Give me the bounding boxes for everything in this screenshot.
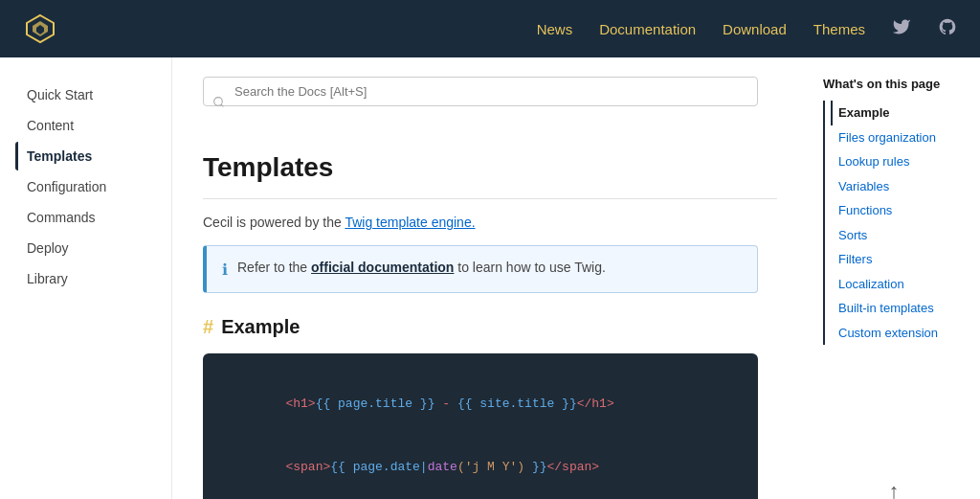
info-box-prefix: Refer to the <box>237 260 311 275</box>
example-heading-text: Example <box>221 316 300 338</box>
example-heading: # Example <box>203 316 777 338</box>
nav-themes[interactable]: Themes <box>813 21 865 37</box>
toc-item-custom[interactable]: Custom extension <box>831 321 965 346</box>
twitter-icon[interactable] <box>892 17 911 41</box>
info-box-suffix: to learn how to use Twig. <box>454 260 606 275</box>
info-box: ℹ Refer to the official documentation to… <box>203 245 758 293</box>
toc-item-sorts[interactable]: Sorts <box>831 223 965 248</box>
sidebar-item-commands[interactable]: Commands <box>15 203 156 232</box>
sidebar-item-quickstart[interactable]: Quick Start <box>15 80 156 109</box>
github-icon[interactable] <box>938 17 957 41</box>
intro-text: Cecil is powered by the Twig template en… <box>203 215 777 230</box>
main-content: Templates Cecil is powered by the Twig t… <box>172 57 808 499</box>
code-twig-1: {{ page.title }} <box>316 397 435 411</box>
code-tag-span-open: <span> <box>285 460 330 474</box>
heading-hash: # <box>203 316 213 338</box>
sidebar: Quick Start Content Templates Configurat… <box>0 57 172 499</box>
nav-news[interactable]: News <box>537 21 573 37</box>
toc-item-localization[interactable]: Localization <box>831 272 965 297</box>
code-twig-2: {{ site.title }} <box>457 397 577 411</box>
sidebar-item-content[interactable]: Content <box>15 111 156 140</box>
svg-point-3 <box>214 97 223 105</box>
search-icon <box>212 96 225 111</box>
toc-list: Example Files organization Lookup rules … <box>823 101 965 345</box>
page-title: Templates <box>203 152 777 183</box>
code-block: <h1>{{ page.title }} - {{ site.title }}<… <box>203 353 758 499</box>
toc-item-builtin[interactable]: Built-in templates <box>831 296 965 321</box>
code-line-2: <span>{{ page.date|date('j M Y') }}</spa… <box>226 436 735 499</box>
code-twig-str: ('j M Y') <box>457 460 524 474</box>
code-twig-3: {{ page.date| <box>330 460 427 474</box>
logo[interactable] <box>23 11 57 46</box>
svg-line-4 <box>221 104 223 106</box>
main-nav: News Documentation Download Themes <box>537 17 957 41</box>
back-to-top-button[interactable]: ↑ <box>823 479 965 499</box>
page-layout: Quick Start Content Templates Configurat… <box>0 57 980 499</box>
search-wrapper <box>203 77 758 129</box>
sidebar-item-configuration[interactable]: Configuration <box>15 172 156 201</box>
title-divider <box>203 198 777 199</box>
info-box-text: Refer to the official documentation to l… <box>237 260 606 275</box>
code-twig-4: }} <box>524 460 546 474</box>
toc: What's on this page Example Files organi… <box>808 57 980 499</box>
official-docs-link[interactable]: official documentation <box>311 260 454 275</box>
info-icon: ℹ <box>222 261 228 279</box>
sidebar-item-templates[interactable]: Templates <box>15 142 156 170</box>
code-tag-span-close: </span> <box>547 460 600 474</box>
code-tag-h1-close: </h1> <box>577 397 614 411</box>
toc-title: What's on this page <box>823 77 965 91</box>
toc-item-lookup[interactable]: Lookup rules <box>831 149 965 174</box>
sidebar-item-library[interactable]: Library <box>15 264 156 293</box>
intro-prefix: Cecil is powered by the <box>203 215 345 230</box>
code-plain-1: - <box>434 397 457 411</box>
code-tag-h1-open: <h1> <box>285 397 315 411</box>
twig-link[interactable]: Twig template engine. <box>345 215 475 230</box>
toc-item-example[interactable]: Example <box>831 101 965 125</box>
toc-item-files[interactable]: Files organization <box>831 125 965 150</box>
sidebar-item-deploy[interactable]: Deploy <box>15 234 156 262</box>
nav-download[interactable]: Download <box>723 21 787 37</box>
toc-item-variables[interactable]: Variables <box>831 174 965 199</box>
nav-documentation[interactable]: Documentation <box>599 21 696 37</box>
search-input[interactable] <box>203 77 758 106</box>
header: News Documentation Download Themes <box>0 0 980 57</box>
code-line-1: <h1>{{ page.title }} - {{ site.title }}<… <box>226 373 735 436</box>
code-filter: date <box>428 460 457 474</box>
toc-item-functions[interactable]: Functions <box>831 198 965 223</box>
toc-item-filters[interactable]: Filters <box>831 247 965 272</box>
